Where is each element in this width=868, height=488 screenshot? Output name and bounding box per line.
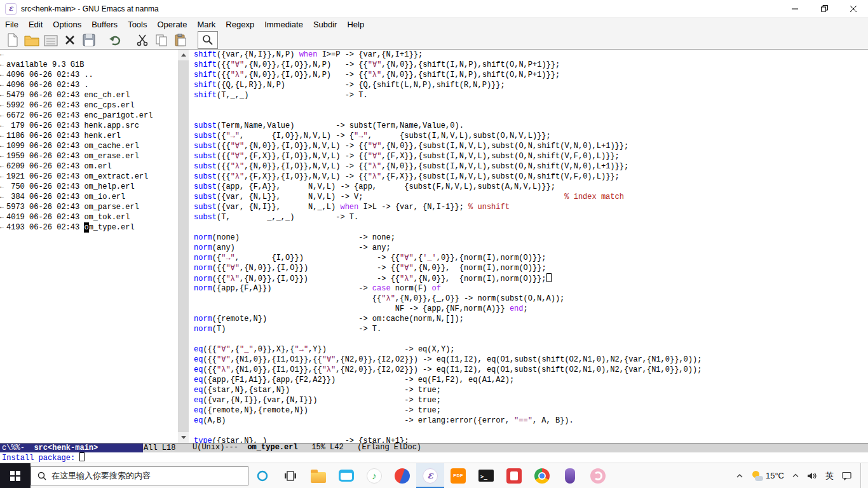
- code-line: norm(none) -> none;: [194, 233, 868, 243]
- code-line: eq({star,N},{star,N}) -> true;: [194, 385, 868, 395]
- open-file-button[interactable]: [22, 32, 41, 48]
- dired-line[interactable]: ←1099 06-26 02:43 om_cache.erl: [0, 141, 178, 151]
- pink-app-taskbar-button[interactable]: [584, 463, 612, 488]
- red-app-taskbar-button[interactable]: [500, 463, 528, 488]
- caret-button[interactable]: [792, 473, 799, 478]
- code-buffer[interactable]: shift({var,{N,I}},N,P) when I>=P -> {var…: [189, 50, 868, 443]
- hidden-icons-button[interactable]: [736, 473, 743, 478]
- modeline-dired-highlight: c\%%- src<henk-main>: [0, 444, 143, 452]
- menu-help[interactable]: Help: [342, 19, 369, 30]
- menu-mark[interactable]: Mark: [192, 19, 220, 30]
- weather-widget[interactable]: 15°C: [752, 470, 784, 482]
- pdf-app-taskbar-button[interactable]: [444, 463, 472, 488]
- menu-edit[interactable]: Edit: [24, 19, 48, 30]
- volume-button[interactable]: [807, 471, 817, 480]
- code-line: eq(A,B) -> erlang:error({error, "==", A,…: [194, 416, 868, 426]
- menu-buffers[interactable]: Buffers: [86, 19, 123, 30]
- code-line: subst(T, _,_,_) -> T.: [194, 212, 868, 222]
- notifications-button[interactable]: [842, 471, 852, 480]
- cortana-button[interactable]: [248, 463, 276, 488]
- minibuffer[interactable]: Install package:: [0, 452, 868, 463]
- isearch-button[interactable]: [198, 31, 218, 49]
- copy-icon: [155, 34, 168, 46]
- dired-line[interactable]: ←1186 06-26 02:43 henk.erl: [0, 131, 178, 141]
- caret-up-icon: [792, 473, 799, 478]
- menu-options[interactable]: Options: [48, 19, 86, 30]
- menu-tools[interactable]: Tools: [123, 19, 152, 30]
- dired-line[interactable]: ←5992 06-26 02:43 enc_cps.erl: [0, 100, 178, 111]
- terminal-app-taskbar-button[interactable]: [472, 463, 500, 488]
- blue-app-taskbar-button[interactable]: [332, 463, 360, 488]
- modeline-status: 15% L42 (Erlang ElDoc): [298, 443, 421, 452]
- restore-button[interactable]: [810, 0, 839, 17]
- undo-button[interactable]: [106, 32, 125, 48]
- ime-indicator[interactable]: 英: [825, 470, 834, 482]
- chrome-taskbar-button[interactable]: [528, 463, 556, 488]
- code-line: subst({var, {N,L}}, N,V,L) -> V; % index…: [194, 192, 868, 202]
- round-red-blue-app-taskbar-button[interactable]: [388, 463, 416, 488]
- vertical-scrollbar[interactable]: [178, 50, 189, 443]
- menu-file[interactable]: File: [0, 19, 24, 30]
- task-view-button[interactable]: [276, 463, 304, 488]
- file-explorer-taskbar-button[interactable]: [304, 463, 332, 488]
- minibuffer-prompt: Install package:: [2, 454, 79, 463]
- menu-regexp[interactable]: Regexp: [220, 19, 259, 30]
- kill-buffer-button[interactable]: [60, 32, 79, 48]
- menu-subdir[interactable]: Subdir: [308, 19, 342, 30]
- dired-line[interactable]: ←1921 06-26 02:43 om_extract.erl: [0, 172, 178, 182]
- close-button[interactable]: [839, 0, 868, 17]
- dired-buffer[interactable]: ←←available 9.3 GiB←4096 06-26 02:43 ..←…: [0, 50, 178, 443]
- menu-immediate[interactable]: Immediate: [259, 19, 308, 30]
- dired-line[interactable]: ←: [0, 50, 178, 60]
- new-file-button[interactable]: [3, 32, 22, 48]
- code-line: [194, 426, 868, 436]
- dired-line[interactable]: ←4096 06-26 02:43 ..: [0, 70, 178, 80]
- dired-line[interactable]: ←5973 06-26 02:43 om_parse.erl: [0, 202, 178, 212]
- music-app-taskbar-button[interactable]: [360, 463, 388, 488]
- code-line: shift({Q,{L,R}},N,P) -> {Q,{shift(L,N,P)…: [194, 80, 868, 90]
- dired-line[interactable]: ← 179 06-26 02:43 henk.app.src: [0, 121, 178, 131]
- scrollbar-down-arrow[interactable]: [178, 432, 189, 443]
- scrollbar-thumb[interactable]: [178, 60, 189, 432]
- dired-line[interactable]: ←5479 06-26 02:43 enc_ch.erl: [0, 90, 178, 100]
- show-desktop-button[interactable]: [860, 463, 864, 488]
- speaker-icon: [807, 471, 817, 480]
- taskbar-search[interactable]: 在这里输入你要搜索的内容: [31, 466, 248, 485]
- cut-button[interactable]: [133, 32, 152, 48]
- dired-line[interactable]: ← 384 06-26 02:43 om_io.erl: [0, 192, 178, 202]
- dired-button[interactable]: [41, 32, 60, 48]
- start-button[interactable]: [0, 463, 31, 488]
- purple-app-taskbar-button[interactable]: [556, 463, 584, 488]
- code-line: [194, 111, 868, 121]
- dired-line[interactable]: ←6672 06-26 02:43 enc_parigot.erl: [0, 111, 178, 121]
- code-line: shift({{"∀",{N,0}},{I,O}},N,P) -> {{"∀",…: [194, 60, 868, 70]
- emacs-taskbar-button[interactable]: [416, 463, 444, 488]
- dired-line[interactable]: ←4019 06-26 02:43 om_tok.erl: [0, 212, 178, 222]
- modeline-position: All L18: [144, 444, 175, 452]
- modeline-code: U(Unix)--- om_type.erl 15% L42 (Erlang E…: [189, 443, 868, 452]
- code-line: {{"λ",{N,0}},{_,O}} -> norm(subst(O,N,A)…: [194, 294, 868, 304]
- code-line: eq({app,{F1,A1}},{app,{F2,A2}}) -> eq(F1…: [194, 375, 868, 385]
- save-button[interactable]: [79, 32, 98, 48]
- code-line: [194, 100, 868, 111]
- copy-button[interactable]: [152, 32, 171, 48]
- minimize-button[interactable]: [780, 0, 810, 17]
- dired-line[interactable]: ←1959 06-26 02:43 om_erase.erl: [0, 151, 178, 161]
- code-line: norm({"→", {I,O}}) -> {{"∀",{'_',0}},{no…: [194, 253, 868, 263]
- dired-line[interactable]: ← 750 06-26 02:43 om_help.erl: [0, 182, 178, 192]
- search-icon: [37, 471, 46, 480]
- scrollbar-up-arrow[interactable]: [178, 50, 189, 60]
- dired-line[interactable]: ←4193 06-26 02:43 om_type.erl: [0, 222, 178, 233]
- code-line: norm(any) -> any;: [194, 243, 868, 253]
- paste-button[interactable]: [171, 32, 190, 48]
- truncation-arrow-icon: ←: [0, 161, 6, 172]
- emacs-window-icon: ε: [5, 3, 17, 15]
- truncation-arrow-icon: ←: [0, 60, 6, 70]
- code-line: subst({{"∀",{N,0}},{I,O}},N,V,L) -> {{"∀…: [194, 141, 868, 151]
- window-cursor: [546, 273, 552, 282]
- menu-operate[interactable]: Operate: [152, 19, 192, 30]
- dired-line[interactable]: ←available 9.3 GiB: [0, 60, 178, 70]
- dired-line[interactable]: ←4096 06-26 02:43 .: [0, 80, 178, 90]
- dired-line[interactable]: ←6209 06-26 02:43 om.erl: [0, 161, 178, 172]
- modeline-buffer-name: om_type.erl: [247, 443, 297, 452]
